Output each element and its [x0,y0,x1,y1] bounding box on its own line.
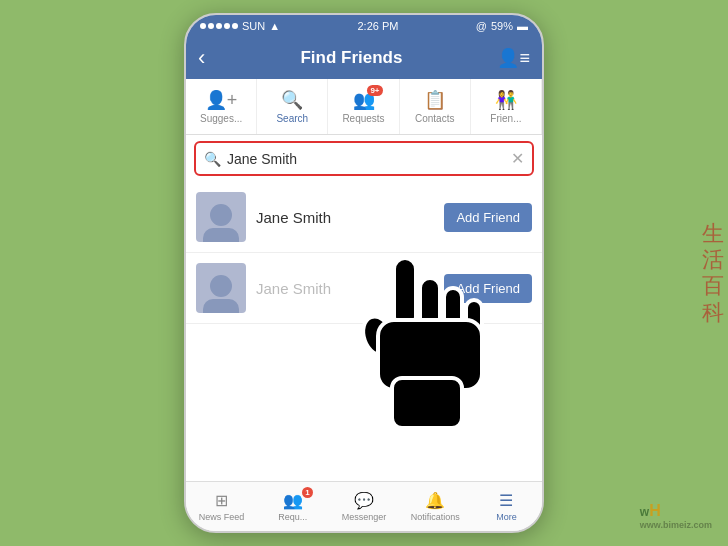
tab-suggest[interactable]: 👤+ Sugges... [186,79,257,134]
result-avatar-2 [196,263,246,313]
watermark-h: H [649,502,661,519]
bottom-tab-notifications[interactable]: 🔔 Notifications [400,482,471,531]
tab-suggest-label: Sugges... [200,113,242,124]
result-name-2: Jane Smith [256,280,434,297]
result-name-1: Jane Smith [256,209,434,226]
tabs-bar: 👤+ Sugges... 🔍 Search 👥 9+ Requests 📋 Co… [186,79,542,135]
chinese-char-1: 生 [702,222,724,246]
at-symbol: @ [476,20,487,32]
status-right: @ 59% ▬ [476,20,528,32]
phone-frame: SUN ▲ 2:26 PM @ 59% ▬ ‹ Find Friends 👤≡ … [184,13,544,533]
battery-icon: ▬ [517,20,528,32]
status-left: SUN ▲ [200,20,280,32]
chinese-char-3: 百 [702,274,724,298]
avatar-head-2 [210,275,232,297]
signal-dot-4 [224,23,230,29]
signal-dot-5 [232,23,238,29]
signal-dots [200,23,238,29]
watermark: wH www.bimeiz.com [640,502,712,530]
messenger-label: Messenger [342,512,387,522]
bottom-tab-requests[interactable]: 👥 1 Requ... [257,482,328,531]
more-icon: ☰ [499,491,513,510]
bottom-requests-badge-count: 1 [302,487,312,498]
tab-search[interactable]: 🔍 Search [257,79,328,134]
watermark-w: w [640,505,649,519]
tab-search-label: Search [276,113,308,124]
search-input[interactable]: Jane Smith [227,151,511,167]
nav-bar: ‹ Find Friends 👤≡ [186,37,542,79]
avatar-head-1 [210,204,232,226]
bottom-tab-newsfeed[interactable]: ⊞ News Feed [186,482,257,531]
status-bar: SUN ▲ 2:26 PM @ 59% ▬ [186,15,542,37]
bottom-requests-icon: 👥 [283,492,303,509]
wifi-icon: ▲ [269,20,280,32]
result-item-2: Jane Smith Add Friend [186,253,542,324]
notifications-label: Notifications [411,512,460,522]
tab-requests[interactable]: 👥 9+ Requests [328,79,399,134]
newsfeed-label: News Feed [199,512,245,522]
requests-badge-wrapper: 👥 9+ [353,89,375,111]
outer-wrapper: SUN ▲ 2:26 PM @ 59% ▬ ‹ Find Friends 👤≡ … [0,0,728,546]
search-input-icon: 🔍 [204,151,221,167]
chinese-char-4: 科 [702,300,724,324]
chinese-decoration: 生 活 百 科 [702,222,724,325]
add-person-icon[interactable]: 👤≡ [497,47,530,69]
suggest-icon: 👤+ [205,89,238,111]
newsfeed-icon: ⊞ [215,491,228,510]
result-avatar-1 [196,192,246,242]
avatar-inner-2 [196,263,246,313]
avatar-body-1 [203,228,239,242]
chinese-char-2: 活 [702,248,724,272]
results-list: Jane Smith Add Friend Jane Smith Add Fri… [186,182,542,324]
signal-dot-3 [216,23,222,29]
messenger-icon: 💬 [354,491,374,510]
back-button[interactable]: ‹ [198,45,205,71]
requests-badge-count: 9+ [367,85,382,96]
bottom-bar: ⊞ News Feed 👥 1 Requ... 💬 Messenger 🔔 No… [186,481,542,531]
avatar-body-2 [203,299,239,313]
add-friend-button-2[interactable]: Add Friend [444,274,532,303]
search-box-container: 🔍 Jane Smith ✕ [194,141,534,176]
more-label: More [496,512,517,522]
tab-requests-label: Requests [342,113,384,124]
carrier-label: SUN [242,20,265,32]
friends-icon: 👫 [495,89,517,111]
search-clear-button[interactable]: ✕ [511,149,524,168]
nav-title: Find Friends [300,48,402,68]
bottom-requests-badge-wrapper: 👥 1 [283,491,303,510]
notifications-icon: 🔔 [425,491,445,510]
tab-friends-label: Frien... [490,113,521,124]
signal-dot-1 [200,23,206,29]
battery-label: 59% [491,20,513,32]
contacts-icon: 📋 [424,89,446,111]
add-friend-button-1[interactable]: Add Friend [444,203,532,232]
watermark-site: www.bimeiz.com [640,520,712,530]
result-item-1: Jane Smith Add Friend [186,182,542,253]
bottom-tab-messenger[interactable]: 💬 Messenger [328,482,399,531]
bottom-tab-more[interactable]: ☰ More [471,482,542,531]
tab-contacts[interactable]: 📋 Contacts [400,79,471,134]
avatar-inner-1 [196,192,246,242]
time-label: 2:26 PM [357,20,398,32]
tab-friends[interactable]: 👫 Frien... [471,79,542,134]
bottom-requests-label: Requ... [278,512,307,522]
signal-dot-2 [208,23,214,29]
tab-contacts-label: Contacts [415,113,454,124]
search-tab-icon: 🔍 [281,89,303,111]
